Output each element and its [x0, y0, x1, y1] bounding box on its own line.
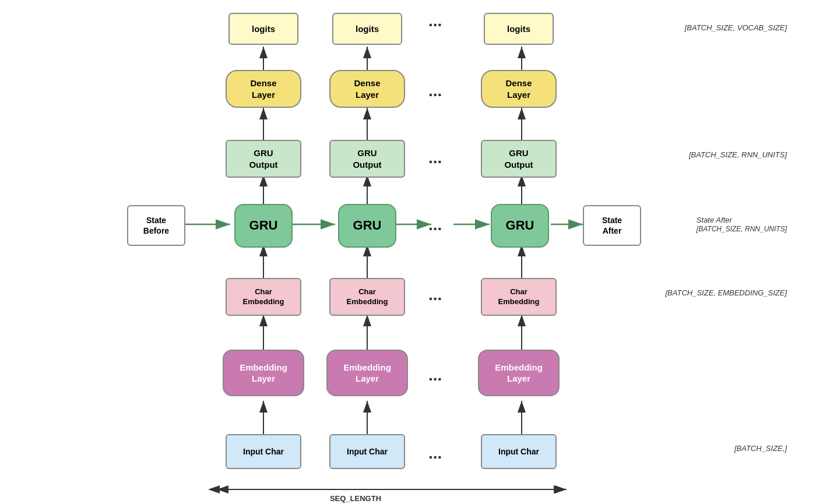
- gru-1: GRU: [234, 204, 293, 248]
- logits-dots: ...: [428, 12, 442, 30]
- annotation-logits: [BATCH_SIZE, VOCAB_SIZE]: [685, 23, 787, 32]
- state-after: StateAfter: [583, 205, 641, 246]
- logits-1: logits: [228, 13, 298, 45]
- dense-layer-3: DenseLayer: [481, 70, 557, 108]
- arrows-svg: [0, 0, 816, 504]
- input-dots: ...: [428, 444, 442, 463]
- seq-length-label: SEQ_LENGTH: [315, 494, 396, 503]
- gru-output-dots: ...: [428, 149, 442, 167]
- dense-dots: ...: [428, 82, 442, 100]
- char-embedding-1: CharEmbedding: [226, 278, 301, 316]
- gru-output-2: GRUOutput: [329, 140, 405, 178]
- annotation-char-embedding: [BATCH_SIZE, EMBEDDING_SIZE]: [665, 288, 787, 297]
- logits-2: logits: [332, 13, 402, 45]
- embedding-layer-2: EmbeddingLayer: [326, 350, 408, 396]
- gru-3: GRU: [491, 204, 549, 248]
- emb-layer-dots: ...: [428, 366, 442, 385]
- logits-3: logits: [484, 13, 554, 45]
- gru-2: GRU: [338, 204, 396, 248]
- char-embedding-2: CharEmbedding: [329, 278, 405, 316]
- char-emb-dots: ...: [428, 286, 442, 304]
- input-char-1: Input Char: [226, 434, 301, 469]
- state-before: StateBefore: [127, 205, 185, 246]
- gru-output-1: GRUOutput: [226, 140, 301, 178]
- annotation-input-char: [BATCH_SIZE,]: [734, 444, 787, 453]
- embedding-layer-3: EmbeddingLayer: [478, 350, 560, 396]
- gru-output-3: GRUOutput: [481, 140, 557, 178]
- dense-layer-2: DenseLayer: [329, 70, 405, 108]
- dense-layer-1: DenseLayer: [226, 70, 301, 108]
- annotation-state-after: State After [BATCH_SIZE, RNN_UNITS]: [697, 216, 787, 233]
- embedding-layer-1: EmbeddingLayer: [223, 350, 304, 396]
- seq-arrow-svg: [0, 0, 816, 504]
- diagram-container: logits DenseLayer GRUOutput GRU CharEmbe…: [0, 0, 816, 504]
- input-char-2: Input Char: [329, 434, 405, 469]
- gru-dots: ...: [428, 216, 442, 234]
- char-embedding-3: CharEmbedding: [481, 278, 557, 316]
- input-char-3: Input Char: [481, 434, 557, 469]
- annotation-gru-output: [BATCH_SIZE, RNN_UNITS]: [689, 150, 787, 159]
